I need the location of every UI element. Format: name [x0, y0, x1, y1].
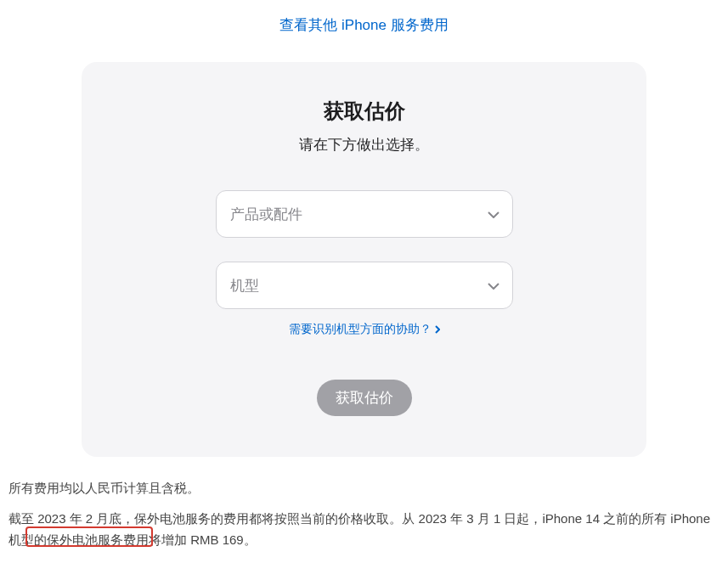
chevron-right-icon: [435, 323, 440, 336]
footer-line-2: 截至 2023 年 2 月底，保外电池服务的费用都将按照当前的价格收取。从 20…: [8, 508, 720, 551]
product-select[interactable]: 产品或配件: [216, 190, 513, 238]
identify-model-help-link[interactable]: 需要识别机型方面的协助？: [289, 322, 440, 337]
card-subtitle: 请在下方做出选择。: [116, 135, 612, 155]
model-select-placeholder: 机型: [230, 276, 259, 296]
footer-text: 所有费用均以人民币计算且含税。 截至 2023 年 2 月底，保外电池服务的费用…: [0, 477, 728, 551]
estimate-card: 获取估价 请在下方做出选择。 产品或配件 机型 需要识别机型方面的协助？ 获取估…: [82, 62, 646, 457]
help-link-label: 需要识别机型方面的协助？: [289, 322, 432, 337]
get-estimate-button[interactable]: 获取估价: [317, 380, 412, 416]
other-service-fees-link[interactable]: 查看其他 iPhone 服务费用: [279, 17, 448, 33]
product-select-placeholder: 产品或配件: [230, 205, 302, 224]
footer-line-1: 所有费用均以人民币计算且含税。: [8, 477, 720, 499]
model-select[interactable]: 机型: [216, 262, 513, 309]
card-title: 获取估价: [116, 98, 612, 125]
